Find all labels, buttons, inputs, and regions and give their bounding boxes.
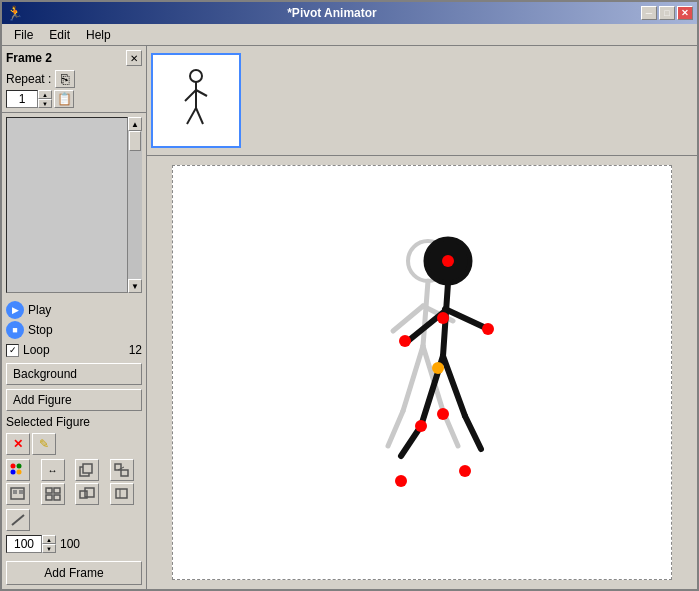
- play-icon: ▶: [6, 301, 24, 319]
- svg-line-42: [465, 416, 481, 449]
- tool-color-dots[interactable]: [6, 459, 30, 481]
- tool-scale-copy2[interactable]: [110, 483, 134, 505]
- svg-line-31: [403, 346, 423, 411]
- menu-help[interactable]: Help: [78, 26, 119, 44]
- tool-line[interactable]: [6, 509, 30, 531]
- svg-line-26: [196, 108, 203, 124]
- add-frame-button[interactable]: Add Frame: [6, 561, 142, 585]
- frames-scrollbar: ▲ ▼: [128, 117, 142, 293]
- canvas-figure-svg: [173, 166, 672, 580]
- loop-label: Loop: [23, 343, 50, 357]
- play-label: Play: [28, 303, 51, 317]
- spin-down-button[interactable]: ▼: [38, 99, 52, 108]
- loop-checkbox[interactable]: ✓: [6, 344, 19, 357]
- svg-rect-14: [46, 495, 52, 500]
- thumbnail-figure: [171, 66, 221, 136]
- size-spin-down[interactable]: ▼: [42, 544, 56, 553]
- repeat-value-input[interactable]: 1: [6, 90, 38, 108]
- spin-up-button[interactable]: ▲: [38, 90, 52, 99]
- svg-rect-15: [54, 495, 60, 500]
- frame-close-button[interactable]: ✕: [126, 50, 142, 66]
- frames-list: [6, 117, 128, 293]
- svg-rect-13: [54, 488, 60, 493]
- minimize-button[interactable]: ─: [641, 6, 657, 20]
- svg-point-45: [399, 335, 411, 347]
- svg-point-3: [17, 470, 22, 475]
- svg-point-48: [437, 408, 449, 420]
- paste-frame-button[interactable]: 📋: [54, 90, 74, 108]
- tool-flip[interactable]: ↔: [41, 459, 65, 481]
- stop-label: Stop: [28, 323, 53, 337]
- right-panel: [147, 46, 697, 589]
- tool-copy[interactable]: [75, 459, 99, 481]
- svg-point-0: [11, 464, 16, 469]
- svg-rect-5: [83, 464, 92, 473]
- frame-header: Frame 2 ✕: [6, 50, 142, 66]
- svg-point-47: [415, 420, 427, 432]
- loop-row: ✓ Loop 12: [6, 343, 142, 357]
- scroll-up-arrow[interactable]: ▲: [128, 117, 142, 131]
- svg-line-24: [196, 90, 207, 96]
- svg-point-2: [11, 470, 16, 475]
- svg-line-20: [12, 515, 24, 525]
- tool-group[interactable]: [6, 483, 30, 505]
- menu-file[interactable]: File: [6, 26, 41, 44]
- title-bar: 🏃 *Pivot Animator ─ □ ✕: [2, 2, 697, 24]
- spin-buttons: ▲ ▼: [38, 90, 52, 108]
- svg-point-21: [190, 70, 202, 82]
- size-spin-buttons: ▲ ▼: [42, 535, 56, 553]
- thumbnail-strip: [147, 46, 697, 156]
- scroll-thumb[interactable]: [129, 131, 141, 151]
- repeat-spinbox: 1 ▲ ▼: [6, 90, 52, 108]
- tool-ungroup[interactable]: [41, 483, 65, 505]
- size-display: 100: [60, 537, 80, 551]
- svg-rect-18: [116, 489, 127, 498]
- add-figure-button[interactable]: Add Figure: [6, 389, 142, 411]
- stop-control[interactable]: ■ Stop: [6, 321, 142, 339]
- svg-point-50: [459, 465, 471, 477]
- tool-merge[interactable]: [110, 459, 134, 481]
- tool-scale-copy[interactable]: [75, 483, 99, 505]
- size-value-input[interactable]: 100: [6, 535, 42, 553]
- size-spin-up[interactable]: ▲: [42, 535, 56, 544]
- svg-line-40: [443, 356, 465, 416]
- background-button[interactable]: Background: [6, 363, 142, 385]
- figure-tools-grid: ↔: [6, 459, 142, 505]
- svg-line-33: [388, 411, 403, 446]
- svg-rect-11: [19, 490, 23, 494]
- stop-icon: ■: [6, 321, 24, 339]
- main-window: 🏃 *Pivot Animator ─ □ ✕ File Edit Help F…: [0, 0, 699, 591]
- app-icon: 🏃: [6, 5, 23, 21]
- main-content: Frame 2 ✕ Repeat : ⎘ 1 ▲ ▼ 📋: [2, 46, 697, 589]
- svg-line-25: [187, 108, 196, 124]
- canvas-area: [147, 156, 697, 589]
- svg-point-51: [432, 362, 444, 374]
- svg-line-23: [185, 90, 196, 101]
- play-control[interactable]: ▶ Play: [6, 301, 142, 319]
- window-title: *Pivot Animator: [287, 6, 377, 20]
- menu-edit[interactable]: Edit: [41, 26, 78, 44]
- size-row: 100 ▲ ▼ 100: [6, 535, 142, 553]
- scroll-down-arrow[interactable]: ▼: [128, 279, 142, 293]
- frame-section: Frame 2 ✕ Repeat : ⎘ 1 ▲ ▼ 📋: [2, 46, 146, 113]
- close-button[interactable]: ✕: [677, 6, 693, 20]
- edit-figure-button[interactable]: ✎: [32, 433, 56, 455]
- title-controls: ─ □ ✕: [641, 6, 693, 20]
- animation-canvas[interactable]: [172, 165, 672, 580]
- svg-point-49: [395, 475, 407, 487]
- svg-point-43: [442, 255, 454, 267]
- figure-action-buttons: ✕ ✎: [6, 433, 142, 455]
- svg-line-29: [393, 306, 423, 331]
- svg-rect-12: [46, 488, 52, 493]
- svg-rect-10: [13, 490, 17, 494]
- menu-bar: File Edit Help: [2, 24, 697, 46]
- maximize-button[interactable]: □: [659, 6, 675, 20]
- repeat-row: Repeat : ⎘: [6, 70, 142, 88]
- delete-figure-button[interactable]: ✕: [6, 433, 30, 455]
- frame-label: Frame 2: [6, 51, 52, 65]
- size-spinbox: 100 ▲ ▼: [6, 535, 56, 553]
- frame-thumbnail[interactable]: [151, 53, 241, 148]
- copy-frame-button[interactable]: ⎘: [55, 70, 75, 88]
- svg-point-44: [437, 312, 449, 324]
- left-panel: Frame 2 ✕ Repeat : ⎘ 1 ▲ ▼ 📋: [2, 46, 147, 589]
